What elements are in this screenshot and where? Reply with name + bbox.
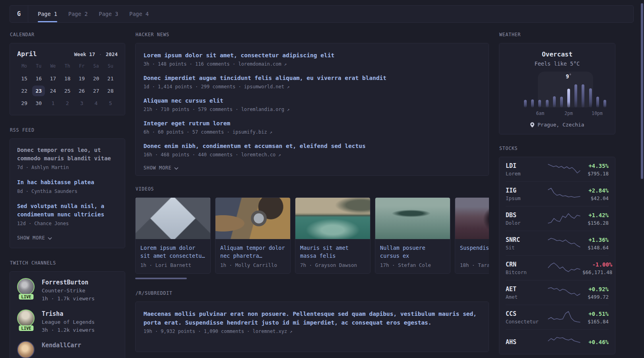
video-card[interactable]: Aliquam tempor dolor nec pharetra…1h · M…	[215, 197, 291, 274]
sparkline-chart	[547, 235, 582, 250]
weather-bars	[522, 72, 608, 107]
twitch-channel-row[interactable]: LIVETrishaLeague of Legends3h · 1.2k vie…	[17, 309, 118, 334]
current-temperature-label: 9°	[566, 73, 571, 80]
stock-name: Dolor	[506, 220, 547, 227]
calendar-day: 2	[60, 97, 74, 109]
hacker-news-item: Donec imperdiet augue tincidunt felis al…	[144, 74, 481, 90]
video-card[interactable]: Suspendisse diam18h · Tara	[455, 197, 489, 274]
right-column: WEATHER Overcast Feels like 5°C 9° 6am2p…	[499, 29, 615, 358]
avatar-wrap: LIVE	[17, 309, 35, 330]
calendar-day-number: 25	[61, 86, 74, 96]
external-link-icon[interactable]: ↗	[284, 84, 289, 90]
item-meta-text: 7d · Ashlyn Martin	[17, 165, 69, 170]
show-more-button[interactable]: SHOW MORE	[17, 234, 118, 242]
stock-row[interactable]: SNRCSit+1.36%$148.64	[506, 231, 609, 255]
external-link-icon[interactable]: ↗	[281, 62, 287, 67]
tab-page-3[interactable]: Page 3	[93, 6, 124, 22]
twitch-channel-row[interactable]: KendallCarr	[17, 341, 118, 358]
item-meta-text: 3h · 148 points · 116 comments · loremdo…	[144, 61, 281, 67]
video-card-body: Suspendisse diam18h · Tara	[455, 239, 489, 273]
twitch-channel-row[interactable]: LIVEForrestBurtonCounter-Strike1h · 1.7k…	[17, 278, 118, 303]
external-link-icon[interactable]: ↗	[275, 152, 281, 158]
section-title: VIDEOS	[136, 186, 489, 192]
rss-item-title[interactable]: Sed volutpat nulla nisl, a condimentum n…	[17, 202, 118, 219]
stock-ticker: SNRC	[506, 236, 547, 244]
stock-ticker: AHS	[506, 338, 547, 346]
item-meta-text: 19h · 9,932 points · 1,090 comments · lo…	[144, 329, 287, 334]
subreddit-post-title[interactable]: Maecenas mollis pulvinar erat non posuer…	[144, 309, 481, 327]
weather-widget: WEATHER Overcast Feels like 5°C 9° 6am2p…	[499, 32, 615, 134]
calendar-day-number: 24	[47, 86, 59, 96]
stock-row[interactable]: CRNBitcorn-1.00%$66,171.48	[506, 255, 609, 280]
videos-scrollbar-thumb[interactable]	[135, 278, 187, 279]
stock-row[interactable]: AHS+0.46%	[506, 329, 609, 354]
section-title: HACKER NEWS	[136, 32, 489, 37]
weather-bar	[546, 100, 549, 107]
hacker-news-item-title[interactable]: Donec enim nibh, condimentum et accumsan…	[144, 142, 481, 150]
chevron-down-icon	[174, 167, 178, 170]
video-card[interactable]: Nullam posuere cursus ex17h · Stefan Col…	[375, 197, 450, 274]
tab-page-2[interactable]: Page 2	[63, 6, 93, 22]
calendar-day-number: 2	[61, 98, 74, 109]
video-card-body: Nullam posuere cursus ex17h · Stefan Col…	[375, 239, 450, 273]
calendar-day: 17	[46, 72, 60, 85]
stock-row[interactable]: DBSDolor+1.42%$156.28	[506, 206, 609, 231]
stock-values: +1.36%$148.64	[582, 236, 609, 251]
calendar-weekday: Su	[103, 63, 118, 69]
location-pin-icon	[530, 122, 535, 128]
external-link-icon[interactable]: ↗	[287, 329, 292, 334]
stock-sparkline	[547, 285, 582, 301]
section-title: /R/SUBREDDIT	[136, 290, 489, 296]
channel-info: ForrestBurtonCounter-Strike1h · 1.7k vie…	[42, 278, 95, 303]
external-link-icon[interactable]: ↗	[267, 130, 272, 135]
chevron-down-icon	[48, 237, 52, 240]
external-link-icon[interactable]: ↗	[284, 107, 289, 112]
stock-values: +2.84%$42.04	[582, 187, 609, 202]
weather-bar	[589, 88, 592, 107]
weather-feels-like: Feels like 5°C	[506, 60, 608, 67]
rss-card: Donec tempor eros leo, ut commodo mauris…	[10, 138, 125, 248]
rss-item-title[interactable]: Donec tempor eros leo, ut commodo mauris…	[17, 146, 118, 163]
stock-ticker: LDI	[506, 162, 547, 170]
channel-game: Counter-Strike	[42, 287, 95, 295]
stock-change: +4.35%	[582, 162, 609, 170]
calendar-day: 5	[103, 97, 118, 109]
weather-bar	[553, 96, 556, 107]
dashboard-page: { "theme": { "background": "#1c1d28", "c…	[0, 0, 644, 358]
hacker-news-item-title[interactable]: Lorem ipsum dolor sit amet, consectetur …	[144, 51, 481, 60]
video-card[interactable]: Mauris sit amet massa felis7h · Grayson …	[295, 197, 370, 274]
weather-location: Prague, Czechia	[506, 122, 608, 128]
tab-page-4[interactable]: Page 4	[124, 6, 154, 22]
channel-meta: 1h · 1.7k viewers	[42, 295, 95, 303]
calendar-day-number: 28	[104, 86, 117, 96]
video-card-body: Aliquam tempor dolor nec pharetra…1h · M…	[215, 239, 290, 273]
calendar-day: 16	[31, 72, 46, 85]
video-title: Aliquam tempor dolor nec pharetra…	[220, 244, 285, 260]
hacker-news-item-meta: 3h · 148 points · 116 comments · loremdo…	[144, 61, 481, 67]
show-more-button[interactable]: SHOW MORE	[144, 164, 481, 172]
stock-info: LDILorem	[506, 162, 547, 177]
calendar-week-label: Week 17 · 2024	[74, 51, 118, 57]
tab-page-1[interactable]: Page 1	[32, 6, 63, 22]
stock-row[interactable]: AETAmet+0.92%$499.72	[506, 280, 609, 305]
rss-item-title[interactable]: In hac habitasse platea	[17, 178, 118, 187]
hacker-news-item-title[interactable]: Donec imperdiet augue tincidunt felis al…	[144, 74, 481, 82]
sparkline-chart	[547, 186, 582, 200]
calendar-day-number: 21	[104, 73, 117, 84]
section-title: STOCKS	[499, 146, 615, 151]
weather-bar	[524, 100, 527, 107]
stock-name: Lorem	[506, 170, 547, 177]
calendar-day-number: 26	[76, 86, 88, 96]
stock-ticker: DBS	[506, 211, 547, 220]
hacker-news-item-title[interactable]: Integer eget rutrum lorem	[144, 119, 481, 128]
hacker-news-item-title[interactable]: Aliquam nec cursus elit	[144, 96, 481, 105]
twitch-widget: TWITCH CHANNELS LIVEForrestBurtonCounter…	[10, 260, 125, 358]
sparkline-chart	[547, 334, 582, 348]
calendar-day-number: 22	[18, 86, 31, 96]
stock-row[interactable]: LDILorem+4.35%$795.18	[506, 157, 609, 181]
stock-row[interactable]: CCSConsectetur+0.51%$165.84	[506, 305, 609, 329]
video-card[interactable]: Lorem ipsum dolor sit amet consectetu…1h…	[135, 197, 211, 274]
stock-info: DBSDolor	[506, 211, 547, 227]
stock-row[interactable]: IIGIpsum+2.84%$42.04	[506, 181, 609, 206]
page-scrollbar-thumb[interactable]	[641, 3, 643, 179]
